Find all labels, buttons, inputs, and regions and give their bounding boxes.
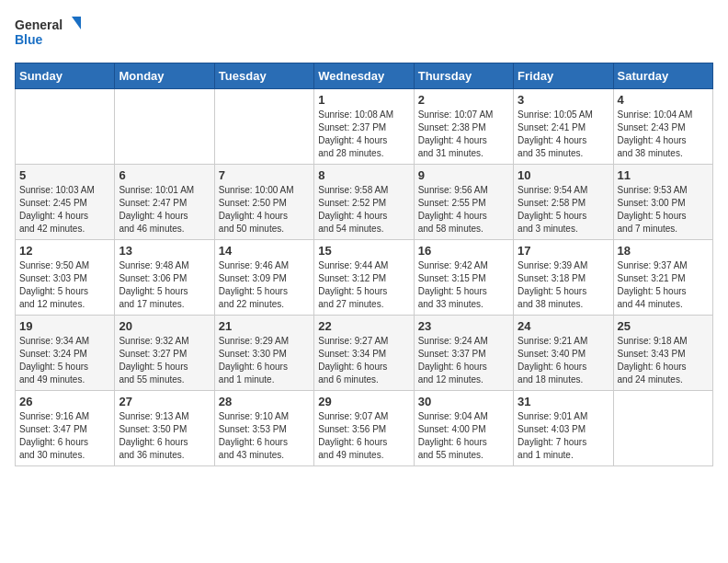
calendar-cell: 26Sunrise: 9:16 AM Sunset: 3:47 PM Dayli… xyxy=(16,391,115,466)
day-number: 10 xyxy=(518,168,609,182)
day-number: 13 xyxy=(119,244,210,258)
calendar-cell: 11Sunrise: 9:53 AM Sunset: 3:00 PM Dayli… xyxy=(613,165,712,240)
day-number: 16 xyxy=(418,244,509,258)
day-number: 18 xyxy=(618,244,709,258)
day-number: 2 xyxy=(418,93,509,107)
calendar-week-row: 1Sunrise: 10:08 AM Sunset: 2:37 PM Dayli… xyxy=(16,89,713,165)
calendar-cell: 27Sunrise: 9:13 AM Sunset: 3:50 PM Dayli… xyxy=(115,391,214,466)
day-number: 27 xyxy=(119,395,210,408)
day-number: 24 xyxy=(518,319,609,333)
calendar-cell: 22Sunrise: 9:27 AM Sunset: 3:34 PM Dayli… xyxy=(314,316,414,391)
day-number: 15 xyxy=(318,244,409,258)
calendar-cell: 5Sunrise: 10:03 AM Sunset: 2:45 PM Dayli… xyxy=(16,165,115,240)
weekday-header-row: SundayMondayTuesdayWednesdayThursdayFrid… xyxy=(16,63,713,89)
day-number: 17 xyxy=(518,244,609,258)
calendar-cell: 30Sunrise: 9:04 AM Sunset: 4:00 PM Dayli… xyxy=(414,391,513,466)
day-info: Sunrise: 9:42 AM Sunset: 3:15 PM Dayligh… xyxy=(418,259,509,311)
calendar-cell: 20Sunrise: 9:32 AM Sunset: 3:27 PM Dayli… xyxy=(115,316,214,391)
calendar-cell: 8Sunrise: 9:58 AM Sunset: 2:52 PM Daylig… xyxy=(314,165,414,240)
calendar-cell: 15Sunrise: 9:44 AM Sunset: 3:12 PM Dayli… xyxy=(314,240,414,316)
day-number: 20 xyxy=(119,319,210,333)
calendar-table: SundayMondayTuesdayWednesdayThursdayFrid… xyxy=(15,63,713,466)
day-number: 29 xyxy=(318,395,409,408)
day-number: 28 xyxy=(219,395,310,408)
day-info: Sunrise: 9:34 AM Sunset: 3:24 PM Dayligh… xyxy=(19,335,110,386)
day-number: 1 xyxy=(318,93,409,107)
calendar-cell: 29Sunrise: 9:07 AM Sunset: 3:56 PM Dayli… xyxy=(314,391,414,466)
logo: GeneralBlue xyxy=(15,15,88,52)
day-info: Sunrise: 9:27 AM Sunset: 3:34 PM Dayligh… xyxy=(318,335,409,386)
calendar-cell xyxy=(214,89,313,165)
calendar-cell: 19Sunrise: 9:34 AM Sunset: 3:24 PM Dayli… xyxy=(16,316,115,391)
calendar-cell xyxy=(115,89,214,165)
day-info: Sunrise: 10:04 AM Sunset: 2:43 PM Daylig… xyxy=(618,109,709,160)
day-info: Sunrise: 9:18 AM Sunset: 3:43 PM Dayligh… xyxy=(618,335,709,386)
day-number: 6 xyxy=(119,168,210,182)
day-info: Sunrise: 9:37 AM Sunset: 3:21 PM Dayligh… xyxy=(618,259,709,311)
calendar-cell: 10Sunrise: 9:54 AM Sunset: 2:58 PM Dayli… xyxy=(514,165,613,240)
calendar-cell: 12Sunrise: 9:50 AM Sunset: 3:03 PM Dayli… xyxy=(16,240,115,316)
calendar-week-row: 26Sunrise: 9:16 AM Sunset: 3:47 PM Dayli… xyxy=(16,391,713,466)
day-number: 25 xyxy=(618,319,709,333)
day-info: Sunrise: 10:08 AM Sunset: 2:37 PM Daylig… xyxy=(318,109,409,160)
calendar-week-row: 12Sunrise: 9:50 AM Sunset: 3:03 PM Dayli… xyxy=(16,240,713,316)
day-info: Sunrise: 9:50 AM Sunset: 3:03 PM Dayligh… xyxy=(19,259,110,311)
svg-text:General: General xyxy=(15,17,63,32)
day-info: Sunrise: 9:39 AM Sunset: 3:18 PM Dayligh… xyxy=(518,259,609,311)
calendar-cell: 16Sunrise: 9:42 AM Sunset: 3:15 PM Dayli… xyxy=(414,240,513,316)
weekday-header-friday: Friday xyxy=(514,63,613,89)
day-info: Sunrise: 9:07 AM Sunset: 3:56 PM Dayligh… xyxy=(318,410,409,462)
weekday-header-thursday: Thursday xyxy=(414,63,513,89)
day-info: Sunrise: 10:01 AM Sunset: 2:47 PM Daylig… xyxy=(119,184,210,236)
calendar-cell: 18Sunrise: 9:37 AM Sunset: 3:21 PM Dayli… xyxy=(613,240,712,316)
calendar-cell: 31Sunrise: 9:01 AM Sunset: 4:03 PM Dayli… xyxy=(514,391,613,466)
weekday-header-saturday: Saturday xyxy=(613,63,712,89)
day-number: 7 xyxy=(219,168,310,182)
day-info: Sunrise: 9:13 AM Sunset: 3:50 PM Dayligh… xyxy=(119,410,210,462)
calendar-cell: 6Sunrise: 10:01 AM Sunset: 2:47 PM Dayli… xyxy=(115,165,214,240)
day-number: 3 xyxy=(518,93,609,107)
calendar-cell: 28Sunrise: 9:10 AM Sunset: 3:53 PM Dayli… xyxy=(214,391,313,466)
calendar-cell: 7Sunrise: 10:00 AM Sunset: 2:50 PM Dayli… xyxy=(214,165,313,240)
calendar-cell: 14Sunrise: 9:46 AM Sunset: 3:09 PM Dayli… xyxy=(214,240,313,316)
day-info: Sunrise: 10:00 AM Sunset: 2:50 PM Daylig… xyxy=(219,184,310,236)
day-info: Sunrise: 9:54 AM Sunset: 2:58 PM Dayligh… xyxy=(518,184,609,236)
day-info: Sunrise: 9:04 AM Sunset: 4:00 PM Dayligh… xyxy=(418,410,509,462)
day-info: Sunrise: 10:03 AM Sunset: 2:45 PM Daylig… xyxy=(19,184,110,236)
day-info: Sunrise: 9:56 AM Sunset: 2:55 PM Dayligh… xyxy=(418,184,509,236)
calendar-cell xyxy=(16,89,115,165)
day-number: 23 xyxy=(418,319,509,333)
day-info: Sunrise: 9:58 AM Sunset: 2:52 PM Dayligh… xyxy=(318,184,409,236)
day-number: 8 xyxy=(318,168,409,182)
day-info: Sunrise: 9:16 AM Sunset: 3:47 PM Dayligh… xyxy=(19,410,110,462)
calendar-cell: 25Sunrise: 9:18 AM Sunset: 3:43 PM Dayli… xyxy=(613,316,712,391)
calendar-cell: 23Sunrise: 9:24 AM Sunset: 3:37 PM Dayli… xyxy=(414,316,513,391)
day-number: 11 xyxy=(618,168,709,182)
day-number: 12 xyxy=(19,244,110,258)
weekday-header-sunday: Sunday xyxy=(16,63,115,89)
weekday-header-monday: Monday xyxy=(115,63,214,89)
day-info: Sunrise: 9:32 AM Sunset: 3:27 PM Dayligh… xyxy=(119,335,210,386)
day-number: 21 xyxy=(219,319,310,333)
day-info: Sunrise: 9:21 AM Sunset: 3:40 PM Dayligh… xyxy=(518,335,609,386)
day-number: 22 xyxy=(318,319,409,333)
weekday-header-wednesday: Wednesday xyxy=(314,63,414,89)
calendar-cell: 13Sunrise: 9:48 AM Sunset: 3:06 PM Dayli… xyxy=(115,240,214,316)
logo-icon: GeneralBlue xyxy=(15,15,88,52)
calendar-week-row: 5Sunrise: 10:03 AM Sunset: 2:45 PM Dayli… xyxy=(16,165,713,240)
day-info: Sunrise: 10:07 AM Sunset: 2:38 PM Daylig… xyxy=(418,109,509,160)
day-number: 30 xyxy=(418,395,509,408)
calendar-cell: 17Sunrise: 9:39 AM Sunset: 3:18 PM Dayli… xyxy=(514,240,613,316)
day-number: 19 xyxy=(19,319,110,333)
day-info: Sunrise: 9:53 AM Sunset: 3:00 PM Dayligh… xyxy=(618,184,709,236)
calendar-cell xyxy=(613,391,712,466)
calendar-cell: 3Sunrise: 10:05 AM Sunset: 2:41 PM Dayli… xyxy=(514,89,613,165)
day-info: Sunrise: 9:10 AM Sunset: 3:53 PM Dayligh… xyxy=(219,410,310,462)
calendar-cell: 9Sunrise: 9:56 AM Sunset: 2:55 PM Daylig… xyxy=(414,165,513,240)
calendar-cell: 24Sunrise: 9:21 AM Sunset: 3:40 PM Dayli… xyxy=(514,316,613,391)
day-number: 9 xyxy=(418,168,509,182)
day-info: Sunrise: 9:24 AM Sunset: 3:37 PM Dayligh… xyxy=(418,335,509,386)
header: GeneralBlue xyxy=(15,15,713,52)
day-number: 26 xyxy=(19,395,110,408)
calendar-cell: 21Sunrise: 9:29 AM Sunset: 3:30 PM Dayli… xyxy=(214,316,313,391)
